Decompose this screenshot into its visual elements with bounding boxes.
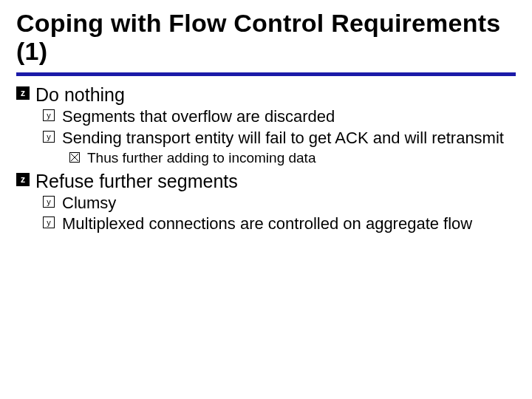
svg-text:z: z bbox=[21, 88, 25, 98]
svg-text:y: y bbox=[47, 197, 51, 206]
slide-title: Coping with Flow Control Requirements (1… bbox=[16, 9, 516, 72]
svg-text:y: y bbox=[47, 111, 51, 120]
bullet-label: Do nothing bbox=[35, 83, 125, 106]
svg-text:y: y bbox=[47, 218, 51, 227]
square-y-icon: y bbox=[43, 107, 62, 121]
list-item: z Do nothing bbox=[16, 83, 516, 106]
bullet-label: Clumsy bbox=[62, 194, 116, 214]
bullet-label: Sending transport entity will fail to ge… bbox=[62, 129, 504, 149]
list-item: y Segments that overflow are discarded bbox=[43, 107, 516, 127]
title-underline bbox=[16, 72, 516, 76]
square-y-icon: y bbox=[43, 129, 62, 143]
square-y-icon: y bbox=[43, 214, 62, 228]
bullet-label: Refuse further segments bbox=[35, 170, 238, 192]
square-y-icon: y bbox=[43, 194, 62, 208]
list-item: z Refuse further segments bbox=[16, 170, 516, 192]
svg-text:y: y bbox=[47, 132, 51, 141]
square-x-icon bbox=[69, 150, 87, 163]
list-item: Thus further adding to incoming data bbox=[69, 150, 516, 167]
bullet-label: Thus further adding to incoming data bbox=[87, 150, 316, 167]
list-item: y Multiplexed connections are controlled… bbox=[43, 214, 516, 234]
svg-text:z: z bbox=[21, 174, 25, 185]
square-z-icon: z bbox=[16, 170, 35, 186]
bullet-label: Multiplexed connections are controlled o… bbox=[62, 214, 472, 234]
bullet-label: Segments that overflow are discarded bbox=[62, 107, 335, 127]
list-item: y Clumsy bbox=[43, 194, 516, 214]
square-z-icon: z bbox=[16, 83, 35, 100]
list-item: y Sending transport entity will fail to … bbox=[43, 129, 516, 149]
